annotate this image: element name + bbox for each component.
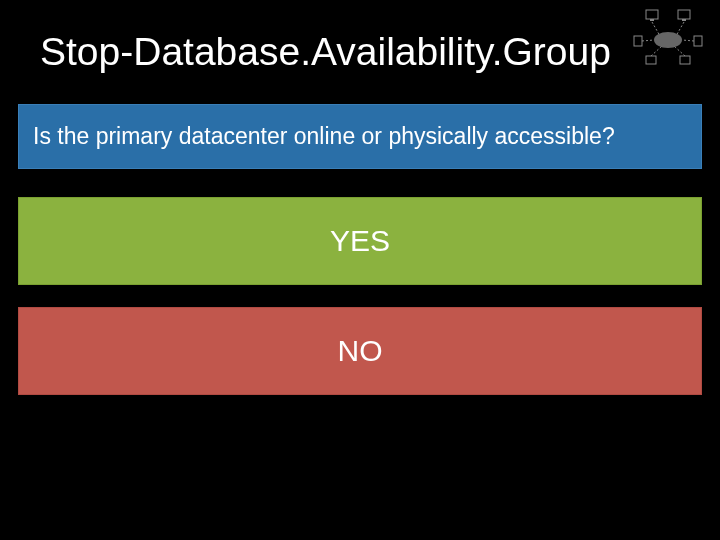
yes-button[interactable]: YES	[18, 197, 702, 285]
svg-line-14	[674, 46, 685, 56]
question-text: Is the primary datacenter online or phys…	[33, 123, 687, 150]
svg-rect-8	[694, 36, 702, 46]
svg-line-4	[652, 22, 660, 36]
no-button[interactable]: NO	[18, 307, 702, 395]
svg-point-6	[654, 32, 682, 48]
svg-rect-2	[678, 10, 690, 19]
svg-line-10	[682, 40, 694, 41]
yes-label: YES	[33, 224, 687, 258]
no-label: NO	[33, 334, 687, 368]
svg-rect-12	[680, 56, 690, 64]
svg-rect-0	[646, 10, 658, 19]
slide-content: Is the primary datacenter online or phys…	[0, 94, 720, 395]
svg-rect-3	[682, 19, 686, 21]
question-box: Is the primary datacenter online or phys…	[18, 104, 702, 169]
network-diagram-icon	[628, 8, 708, 68]
svg-line-9	[642, 40, 654, 41]
slide-header: Stop-Database.Availability.Group	[0, 0, 720, 94]
svg-rect-7	[634, 36, 642, 46]
svg-line-5	[676, 22, 684, 36]
svg-rect-11	[646, 56, 656, 64]
svg-rect-1	[650, 19, 654, 21]
page-title: Stop-Database.Availability.Group	[40, 30, 680, 74]
svg-line-13	[651, 46, 662, 56]
